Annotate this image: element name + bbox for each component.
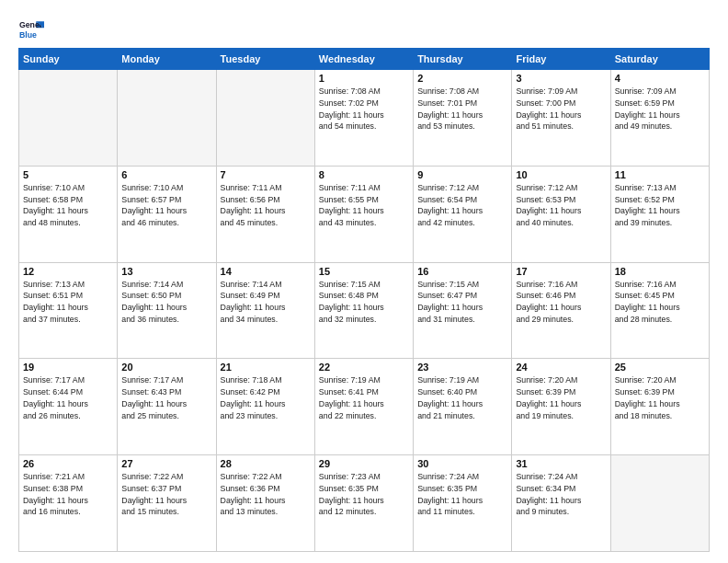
week-row-1: 5Sunrise: 7:10 AM Sunset: 6:58 PM Daylig…	[19, 166, 710, 262]
day-cell: 16Sunrise: 7:15 AM Sunset: 6:47 PM Dayli…	[414, 262, 512, 359]
week-row-3: 19Sunrise: 7:17 AM Sunset: 6:44 PM Dayli…	[19, 359, 710, 455]
day-number: 17	[516, 266, 606, 277]
day-info: Sunrise: 7:13 AM Sunset: 6:51 PM Dayligh…	[23, 279, 113, 326]
weekday-monday: Monday	[118, 49, 216, 70]
day-number: 19	[23, 362, 113, 373]
day-info: Sunrise: 7:16 AM Sunset: 6:46 PM Dayligh…	[516, 279, 606, 326]
day-number: 21	[221, 362, 311, 373]
day-cell: 1Sunrise: 7:08 AM Sunset: 7:02 PM Daylig…	[314, 70, 413, 167]
day-number: 2	[417, 73, 507, 84]
logo-icon: General Blue	[18, 17, 44, 42]
day-info: Sunrise: 7:19 AM Sunset: 6:40 PM Dayligh…	[417, 374, 507, 421]
day-cell: 28Sunrise: 7:22 AM Sunset: 6:36 PM Dayli…	[216, 455, 314, 552]
day-info: Sunrise: 7:18 AM Sunset: 6:42 PM Dayligh…	[221, 374, 311, 421]
day-number: 6	[121, 169, 211, 180]
day-number: 22	[319, 362, 409, 373]
day-info: Sunrise: 7:10 AM Sunset: 6:57 PM Dayligh…	[121, 182, 211, 229]
day-number: 12	[23, 266, 113, 277]
day-info: Sunrise: 7:13 AM Sunset: 6:52 PM Dayligh…	[615, 182, 705, 229]
day-cell: 22Sunrise: 7:19 AM Sunset: 6:41 PM Dayli…	[314, 359, 413, 455]
weekday-tuesday: Tuesday	[216, 49, 314, 70]
day-cell: 7Sunrise: 7:11 AM Sunset: 6:56 PM Daylig…	[216, 166, 314, 262]
day-number: 24	[516, 362, 606, 373]
day-cell: 12Sunrise: 7:13 AM Sunset: 6:51 PM Dayli…	[19, 262, 118, 359]
day-number: 18	[615, 266, 705, 277]
week-row-0: 1Sunrise: 7:08 AM Sunset: 7:02 PM Daylig…	[19, 70, 710, 167]
day-number: 1	[319, 73, 409, 84]
day-number: 3	[516, 73, 606, 84]
weekday-friday: Friday	[512, 49, 610, 70]
day-info: Sunrise: 7:24 AM Sunset: 6:34 PM Dayligh…	[516, 471, 606, 518]
day-number: 20	[121, 362, 211, 373]
day-info: Sunrise: 7:20 AM Sunset: 6:39 PM Dayligh…	[615, 374, 705, 421]
svg-text:Blue: Blue	[19, 30, 37, 40]
logo: General Blue	[18, 17, 48, 42]
day-info: Sunrise: 7:22 AM Sunset: 6:37 PM Dayligh…	[121, 471, 211, 518]
day-info: Sunrise: 7:15 AM Sunset: 6:47 PM Dayligh…	[417, 279, 507, 326]
weekday-saturday: Saturday	[610, 49, 709, 70]
week-row-4: 26Sunrise: 7:21 AM Sunset: 6:38 PM Dayli…	[19, 455, 710, 552]
day-info: Sunrise: 7:16 AM Sunset: 6:45 PM Dayligh…	[615, 279, 705, 326]
header: General Blue	[18, 17, 710, 42]
day-number: 25	[615, 362, 705, 373]
day-number: 4	[615, 73, 705, 84]
day-info: Sunrise: 7:19 AM Sunset: 6:41 PM Dayligh…	[319, 374, 409, 421]
day-cell	[118, 70, 216, 167]
day-cell	[19, 70, 118, 167]
day-number: 10	[516, 169, 606, 180]
day-cell: 2Sunrise: 7:08 AM Sunset: 7:01 PM Daylig…	[414, 70, 512, 167]
day-cell: 24Sunrise: 7:20 AM Sunset: 6:39 PM Dayli…	[512, 359, 610, 455]
day-info: Sunrise: 7:12 AM Sunset: 6:53 PM Dayligh…	[516, 182, 606, 229]
calendar-table: SundayMondayTuesdayWednesdayThursdayFrid…	[18, 48, 710, 552]
day-cell: 5Sunrise: 7:10 AM Sunset: 6:58 PM Daylig…	[19, 166, 118, 262]
day-info: Sunrise: 7:10 AM Sunset: 6:58 PM Dayligh…	[23, 182, 113, 229]
day-number: 27	[121, 458, 211, 469]
day-info: Sunrise: 7:12 AM Sunset: 6:54 PM Dayligh…	[417, 182, 507, 229]
day-number: 13	[121, 266, 211, 277]
day-cell: 31Sunrise: 7:24 AM Sunset: 6:34 PM Dayli…	[512, 455, 610, 552]
day-info: Sunrise: 7:11 AM Sunset: 6:55 PM Dayligh…	[319, 182, 409, 229]
day-cell: 20Sunrise: 7:17 AM Sunset: 6:43 PM Dayli…	[118, 359, 216, 455]
day-info: Sunrise: 7:23 AM Sunset: 6:35 PM Dayligh…	[319, 471, 409, 518]
weekday-thursday: Thursday	[414, 49, 512, 70]
day-cell: 11Sunrise: 7:13 AM Sunset: 6:52 PM Dayli…	[610, 166, 709, 262]
day-cell: 4Sunrise: 7:09 AM Sunset: 6:59 PM Daylig…	[610, 70, 709, 167]
day-info: Sunrise: 7:24 AM Sunset: 6:35 PM Dayligh…	[417, 471, 507, 518]
day-cell	[610, 455, 709, 552]
day-cell: 30Sunrise: 7:24 AM Sunset: 6:35 PM Dayli…	[414, 455, 512, 552]
day-number: 26	[23, 458, 113, 469]
day-cell: 15Sunrise: 7:15 AM Sunset: 6:48 PM Dayli…	[314, 262, 413, 359]
weekday-wednesday: Wednesday	[314, 49, 413, 70]
day-cell: 10Sunrise: 7:12 AM Sunset: 6:53 PM Dayli…	[512, 166, 610, 262]
day-cell	[216, 70, 314, 167]
day-number: 29	[319, 458, 409, 469]
day-cell: 29Sunrise: 7:23 AM Sunset: 6:35 PM Dayli…	[314, 455, 413, 552]
day-number: 23	[417, 362, 507, 373]
day-cell: 25Sunrise: 7:20 AM Sunset: 6:39 PM Dayli…	[610, 359, 709, 455]
day-info: Sunrise: 7:14 AM Sunset: 6:49 PM Dayligh…	[221, 279, 311, 326]
week-row-2: 12Sunrise: 7:13 AM Sunset: 6:51 PM Dayli…	[19, 262, 710, 359]
day-cell: 8Sunrise: 7:11 AM Sunset: 6:55 PM Daylig…	[314, 166, 413, 262]
day-info: Sunrise: 7:17 AM Sunset: 6:44 PM Dayligh…	[23, 374, 113, 421]
day-number: 5	[23, 169, 113, 180]
day-number: 8	[319, 169, 409, 180]
day-info: Sunrise: 7:09 AM Sunset: 7:00 PM Dayligh…	[516, 86, 606, 132]
day-cell: 17Sunrise: 7:16 AM Sunset: 6:46 PM Dayli…	[512, 262, 610, 359]
day-number: 9	[417, 169, 507, 180]
day-number: 11	[615, 169, 705, 180]
day-cell: 27Sunrise: 7:22 AM Sunset: 6:37 PM Dayli…	[118, 455, 216, 552]
day-cell: 21Sunrise: 7:18 AM Sunset: 6:42 PM Dayli…	[216, 359, 314, 455]
day-info: Sunrise: 7:20 AM Sunset: 6:39 PM Dayligh…	[516, 374, 606, 421]
day-number: 15	[319, 266, 409, 277]
day-cell: 13Sunrise: 7:14 AM Sunset: 6:50 PM Dayli…	[118, 262, 216, 359]
day-number: 30	[417, 458, 507, 469]
day-cell: 6Sunrise: 7:10 AM Sunset: 6:57 PM Daylig…	[118, 166, 216, 262]
day-number: 16	[417, 266, 507, 277]
weekday-header-row: SundayMondayTuesdayWednesdayThursdayFrid…	[19, 49, 710, 70]
day-cell: 14Sunrise: 7:14 AM Sunset: 6:49 PM Dayli…	[216, 262, 314, 359]
day-cell: 9Sunrise: 7:12 AM Sunset: 6:54 PM Daylig…	[414, 166, 512, 262]
day-info: Sunrise: 7:08 AM Sunset: 7:01 PM Dayligh…	[417, 86, 507, 132]
day-info: Sunrise: 7:08 AM Sunset: 7:02 PM Dayligh…	[319, 86, 409, 132]
day-number: 31	[516, 458, 606, 469]
day-cell: 19Sunrise: 7:17 AM Sunset: 6:44 PM Dayli…	[19, 359, 118, 455]
